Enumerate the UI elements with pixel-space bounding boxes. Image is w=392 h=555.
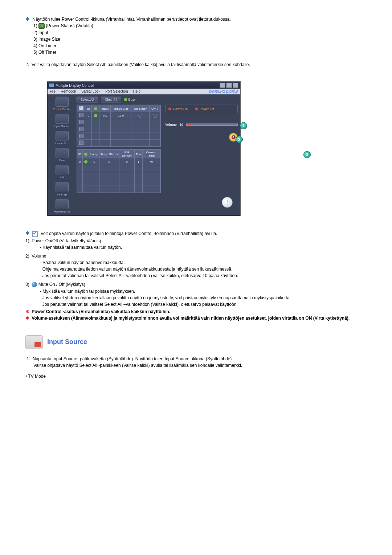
col-lamp: Lamp bbox=[89, 150, 99, 158]
dot-icon bbox=[195, 108, 198, 110]
row-checkbox[interactable] bbox=[79, 113, 83, 117]
power-control-icon bbox=[56, 97, 69, 107]
section-title: Input Source bbox=[47, 338, 87, 346]
menu-help[interactable]: Help bbox=[133, 89, 140, 93]
intro-item: 5) Off Timer bbox=[33, 50, 367, 55]
power-on-button[interactable]: Power On bbox=[168, 107, 188, 111]
row-status-led-icon bbox=[84, 160, 88, 164]
window-titlebar: Multiple Display Control bbox=[48, 82, 240, 89]
sidebar: Power Control Input Source Image Size Ti… bbox=[48, 94, 77, 215]
col-current-temp: Current Temp. bbox=[142, 150, 160, 158]
sec1-body: - Käynnistää tai sammuttaa valitun näytö… bbox=[40, 245, 367, 250]
intro-item: 1) (Power Status) (Virtatila) bbox=[33, 23, 367, 29]
body-lead: ✱ Voit ohjata valitun näytön joitakin to… bbox=[25, 230, 367, 236]
col-image-size: Image Size bbox=[111, 105, 131, 112]
star-icon: ✱ bbox=[25, 309, 29, 314]
status-header-icon bbox=[84, 152, 88, 156]
sec1-head: 1) Power On/Off (Virta kytkettynä/pois) bbox=[25, 238, 367, 243]
volume-label: Volume bbox=[165, 123, 177, 126]
sidebar-item-settings[interactable]: Settings bbox=[56, 182, 69, 196]
power-toggle-panel: Power On Power Off bbox=[165, 105, 238, 113]
header-checkbox[interactable] bbox=[79, 106, 83, 110]
power-off-button[interactable]: Power Off bbox=[195, 107, 214, 111]
table-row[interactable] bbox=[77, 119, 160, 126]
col-input: Input bbox=[99, 105, 111, 112]
table-row[interactable] bbox=[77, 179, 160, 186]
sec3-body: Jos valitset yhden näytön kerrallaan ja … bbox=[40, 295, 367, 300]
on-timer-led-icon bbox=[138, 114, 142, 118]
menu-file[interactable]: File bbox=[50, 89, 56, 93]
sec3-body: - Mykistää valitun näytön tai poistaa my… bbox=[40, 289, 367, 294]
pip-icon bbox=[56, 165, 69, 175]
app-screenshot: Multiple Display Control File Remocon Sa… bbox=[47, 82, 367, 216]
step-text: Voit valita ohjattavan näytön Select All… bbox=[32, 62, 250, 67]
display-grid: ID Input Image Size On Timer Off T 0 bbox=[77, 105, 161, 147]
menu-safety-lock[interactable]: Safety Lock bbox=[81, 89, 100, 93]
volume-slider[interactable] bbox=[186, 123, 238, 126]
intro-step-2: 2. Voit valita ohjattavan näytön Select … bbox=[25, 62, 367, 67]
clear-all-button[interactable]: Clear All bbox=[101, 97, 121, 102]
table-row[interactable] bbox=[77, 140, 160, 147]
tv-mode-bullet: • TV Mode bbox=[25, 374, 367, 379]
star-icon: ✱ bbox=[25, 316, 29, 321]
menubar: File Remocon Safety Lock Port Selection … bbox=[48, 89, 240, 94]
table-row[interactable]: 0 PC 16:9 bbox=[77, 112, 160, 119]
star-icon: ✱ bbox=[25, 16, 30, 22]
sidebar-item-maintenance[interactable]: Maintenance bbox=[54, 199, 70, 213]
table-row[interactable] bbox=[77, 165, 160, 172]
table-row[interactable] bbox=[77, 126, 160, 133]
table-row[interactable] bbox=[77, 186, 160, 193]
callout-2: 2 bbox=[236, 136, 243, 143]
settings-icon bbox=[56, 182, 69, 192]
intro-line: ✱ Näyttöön tulee Power Control -ikkuna (… bbox=[25, 16, 367, 22]
table-row[interactable]: 0 0 0 0 1 49 bbox=[77, 158, 160, 165]
status-grid: ID Lamp Temp.Status B/R Sensor Fan Curre… bbox=[77, 149, 161, 193]
sidebar-item-image-size[interactable]: Image Size bbox=[55, 131, 69, 145]
info-button[interactable]: ! bbox=[222, 197, 233, 208]
sidebar-item-power-control[interactable]: Power Control bbox=[53, 97, 72, 111]
input-source-icon bbox=[56, 114, 69, 124]
input-source-section-icon bbox=[25, 335, 43, 349]
input-source-step-1b: Valitse ohjattava näyttö Select All -pai… bbox=[33, 363, 367, 368]
col-off-timer: Off T bbox=[149, 105, 160, 112]
row-checkbox[interactable] bbox=[79, 120, 83, 124]
row-checkbox[interactable] bbox=[79, 141, 83, 145]
callout-3: 3 bbox=[303, 151, 311, 158]
step-number: 2. bbox=[25, 62, 29, 67]
col-br-sensor: B/R Sensor bbox=[119, 150, 135, 158]
table-row[interactable] bbox=[77, 172, 160, 179]
maximize-icon[interactable] bbox=[226, 83, 232, 88]
sidebar-item-pip[interactable]: PIP bbox=[56, 165, 69, 179]
dot-icon bbox=[168, 108, 171, 110]
sidebar-item-input-source[interactable]: Input Source bbox=[54, 114, 70, 128]
col-id: ID bbox=[85, 105, 92, 112]
row-checkbox[interactable] bbox=[79, 134, 83, 138]
menu-remocon[interactable]: Remocon bbox=[61, 89, 76, 93]
window-title: Multiple Display Control bbox=[56, 84, 219, 88]
col-id2: ID bbox=[77, 150, 83, 158]
sec2-body: - Säätää valitun näytön äänenvoimakkuutt… bbox=[40, 260, 367, 265]
select-all-button[interactable]: Select All bbox=[77, 97, 98, 102]
sec2-body: Ohjelma vastaanottaa tiedon valitun näyt… bbox=[40, 267, 367, 272]
star-icon: ✱ bbox=[25, 230, 30, 236]
app-icon bbox=[49, 83, 54, 88]
busy-dot-icon bbox=[124, 98, 127, 101]
sec3-head: 3) Mute On / Off (Mykistys) bbox=[25, 282, 367, 287]
intro-item: 4) On Timer bbox=[33, 43, 367, 48]
busy-indicator: Busy bbox=[124, 98, 136, 101]
close-icon[interactable] bbox=[233, 83, 238, 88]
intro-item-label: (Power Status) (Virtatila) bbox=[46, 23, 93, 28]
menu-port-selection[interactable]: Port Selection bbox=[105, 89, 128, 93]
row-checkbox[interactable] bbox=[79, 127, 83, 131]
maintenance-icon bbox=[56, 199, 69, 209]
minimize-icon[interactable] bbox=[220, 83, 225, 88]
input-source-step-1: 1. Napsauta Input Source -pääkuvaketta (… bbox=[25, 356, 367, 361]
intro-item: 2) Input bbox=[33, 30, 367, 35]
time-icon bbox=[56, 148, 69, 158]
volume-value: 10 bbox=[180, 123, 183, 126]
section-input-source: Input Source bbox=[25, 335, 367, 349]
off-timer-led-icon bbox=[153, 114, 157, 118]
power-status-header-icon bbox=[94, 107, 98, 111]
table-row[interactable] bbox=[77, 133, 160, 140]
sidebar-item-time[interactable]: Time bbox=[56, 148, 69, 162]
